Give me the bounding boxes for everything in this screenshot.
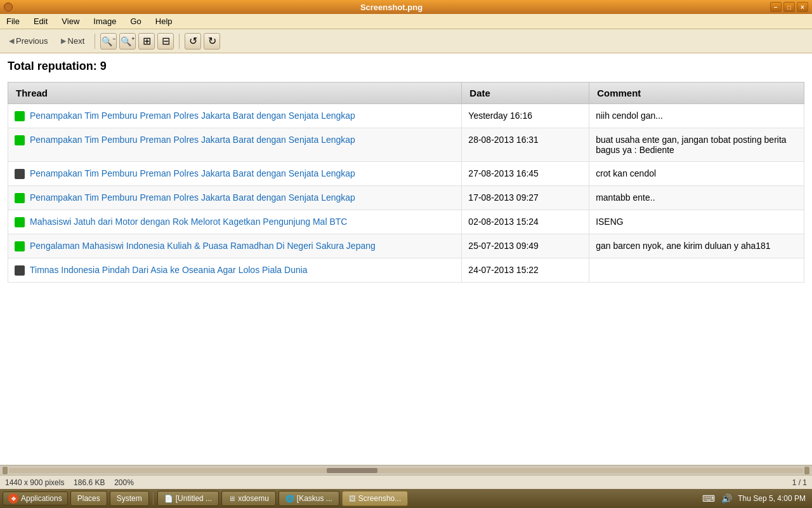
menu-edit[interactable]: Edit <box>30 15 51 27</box>
content-scroll[interactable]: Total reputation: 9 Thread Date Comment … <box>0 53 812 465</box>
previous-button[interactable]: ◀ Previous <box>4 34 53 48</box>
task-kaskus[interactable]: 🌐 [Kaskus ... <box>278 491 339 506</box>
app-icon <box>4 3 13 11</box>
thread-link[interactable]: Mahasiswi Jatuh dari Motor dengan Rok Me… <box>30 215 347 229</box>
reputation-dot <box>15 241 25 251</box>
status-zoom: 200% <box>114 478 134 487</box>
table-row: Pengalaman Mahasiswi Indonesia Kuliah & … <box>8 234 804 258</box>
close-button[interactable]: × <box>797 2 808 12</box>
title-bar-controls: − □ × <box>770 2 808 12</box>
table-row: Penampakan Tim Pemburu Preman Polres Jak… <box>8 186 804 210</box>
taskbar: ❖ Applications Places System 📄 [Untitled… <box>0 489 812 508</box>
date-cell: 25-07-2013 09:49 <box>462 234 589 258</box>
task-untitled[interactable]: 📄 [Untitled ... <box>157 491 219 506</box>
status-dimensions: 1440 x 900 pixels <box>5 478 64 487</box>
menu-view[interactable]: View <box>58 15 83 27</box>
status-sep2 <box>107 478 112 487</box>
thread-link[interactable]: Penampakan Tim Pemburu Preman Polres Jak… <box>30 167 355 180</box>
reputation-dot <box>15 217 25 227</box>
menu-go[interactable]: Go <box>126 15 145 27</box>
menu-help[interactable]: Help <box>152 15 176 27</box>
comment-cell: niih cendol gan... <box>589 104 804 128</box>
status-filesize: 186.6 KB <box>74 478 105 487</box>
table-row: Timnas Indonesia Pindah Dari Asia ke Ose… <box>8 258 804 283</box>
zoom-in-button[interactable]: 🔍+ <box>119 33 136 50</box>
comment-cell: mantabb ente.. <box>589 186 804 210</box>
thread-link[interactable]: Penampakan Tim Pemburu Preman Polres Jak… <box>30 109 355 123</box>
table-row: Penampakan Tim Pemburu Preman Polres Jak… <box>8 162 804 186</box>
minimize-button[interactable]: − <box>770 2 782 12</box>
menu-file[interactable]: File <box>3 15 23 27</box>
reputation-dot <box>15 111 25 121</box>
table-header-row: Thread Date Comment <box>8 83 804 104</box>
date-cell: 27-08-2013 16:45 <box>462 162 589 186</box>
toolbar: ◀ Previous ▶ Next 🔍− 🔍+ ⊞ ⊟ ↺ ↻ <box>0 29 812 53</box>
reputation-dot <box>15 169 25 179</box>
comment-cell: gan barcen nyok, ane kirim duluan y aha1… <box>589 234 804 258</box>
zoom-full-button[interactable]: ⊟ <box>157 33 174 50</box>
task-kaskus-label: [Kaskus ... <box>297 494 332 503</box>
comment-cell: ISENG <box>589 210 804 234</box>
applications-label: Applications <box>21 494 62 503</box>
reputation-header: Total reputation: 9 <box>8 60 804 73</box>
title-bar: Screenshot.png − □ × <box>0 0 812 14</box>
previous-icon: ◀ <box>9 37 14 45</box>
task-screenshot-label: Screensho... <box>358 494 401 503</box>
start-icon: ❖ <box>8 493 18 504</box>
table-row: Mahasiswi Jatuh dari Motor dengan Rok Me… <box>8 210 804 234</box>
task-xdosemu-label: xdosemu <box>238 494 269 503</box>
comment-cell: crot kan cendol <box>589 162 804 186</box>
zoom-out-button[interactable]: 🔍− <box>100 33 117 50</box>
table-row: Penampakan Tim Pemburu Preman Polres Jak… <box>8 104 804 128</box>
taskbar-separator <box>153 492 154 505</box>
reputation-dot <box>15 135 25 145</box>
hscroll-track[interactable] <box>9 468 803 473</box>
thread-link[interactable]: Penampakan Tim Pemburu Preman Polres Jak… <box>30 133 355 147</box>
comment-cell <box>589 258 804 283</box>
system-button[interactable]: System <box>110 491 149 506</box>
hscroll-thumb[interactable] <box>327 468 377 473</box>
thread-link[interactable]: Penampakan Tim Pemburu Preman Polres Jak… <box>30 191 355 204</box>
date-cell: 17-08-2013 09:27 <box>462 186 589 210</box>
table-row: Penampakan Tim Pemburu Preman Polres Jak… <box>8 128 804 162</box>
taskbar-right: ⌨ 🔊 Thu Sep 5, 4:00 PM <box>702 492 809 505</box>
toolbar-separator <box>95 34 95 49</box>
task-untitled-label: [Untitled ... <box>176 494 212 503</box>
col-date: Date <box>462 83 589 104</box>
rotate-left-button[interactable]: ↺ <box>185 33 201 50</box>
title-bar-title: Screenshot.png <box>13 3 770 12</box>
applications-button[interactable]: ❖ Applications <box>3 491 68 505</box>
date-cell: 02-08-2013 15:24 <box>462 210 589 234</box>
thread-link[interactable]: Pengalaman Mahasiswi Indonesia Kuliah & … <box>30 239 376 253</box>
date-cell: 28-08-2013 16:31 <box>462 128 589 162</box>
next-label: Next <box>68 36 85 46</box>
horizontal-scrollbar[interactable] <box>0 465 812 475</box>
col-comment: Comment <box>589 83 804 104</box>
sound-icon[interactable]: 🔊 <box>720 492 733 505</box>
task-screenshot[interactable]: 🖼 Screensho... <box>342 491 408 506</box>
task-xdosemu[interactable]: 🖥 xdosemu <box>221 491 276 506</box>
task-screenshot-icon: 🖼 <box>349 495 356 502</box>
title-bar-left <box>4 3 13 11</box>
reputation-dot <box>15 265 25 276</box>
rotate-right-button[interactable]: ↻ <box>204 33 220 50</box>
zoom-fit-button[interactable]: ⊞ <box>138 33 155 50</box>
date-cell: Yesterday 16:16 <box>462 104 589 128</box>
toolbar-separator-2 <box>179 34 180 49</box>
clock: Thu Sep 5, 4:00 PM <box>738 494 806 503</box>
next-icon: ▶ <box>61 37 66 45</box>
page-indicator: 1 / 1 <box>792 478 807 487</box>
system-label: System <box>117 494 142 503</box>
status-bar: 1440 x 900 pixels 186.6 KB 200% 1 / 1 <box>0 475 812 489</box>
places-button[interactable]: Places <box>70 491 107 506</box>
menu-image[interactable]: Image <box>89 15 120 27</box>
thread-link[interactable]: Timnas Indonesia Pindah Dari Asia ke Ose… <box>30 264 308 277</box>
hscroll-right-btn[interactable] <box>804 467 809 474</box>
places-label: Places <box>77 494 100 503</box>
hscroll-left-btn[interactable] <box>3 467 8 474</box>
task-untitled-icon: 📄 <box>164 495 173 503</box>
maximize-button[interactable]: □ <box>783 2 795 12</box>
keyboard-icon[interactable]: ⌨ <box>702 492 715 505</box>
col-thread: Thread <box>8 83 462 104</box>
next-button[interactable]: ▶ Next <box>56 34 90 48</box>
